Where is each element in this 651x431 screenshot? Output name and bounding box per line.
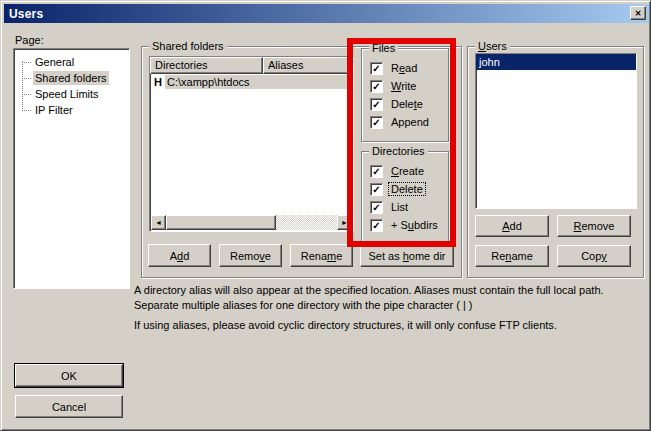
directories-table-header: Directories Aliases <box>150 57 353 74</box>
page-item-label: Shared folders <box>33 71 109 85</box>
close-icon: ✕ <box>635 9 642 18</box>
checkbox-delete-dir[interactable]: ✓ Delete <box>362 180 448 198</box>
tree-connector <box>22 94 31 95</box>
checkbox-checked-icon[interactable]: ✓ <box>370 183 383 196</box>
column-header-aliases[interactable]: Aliases <box>263 57 353 74</box>
page-item-label: General <box>33 55 76 69</box>
add-user-button[interactable]: Add <box>475 215 549 237</box>
scrollbar-track[interactable] <box>276 215 337 230</box>
table-row[interactable]: H C:\xampp\htdocs <box>150 74 353 90</box>
checkbox-label: Write <box>389 80 418 92</box>
checkbox-label: Create <box>389 165 426 177</box>
checkbox-label: + Subdirs <box>389 219 440 231</box>
checkbox-write[interactable]: ✓ Write <box>362 77 448 95</box>
add-directory-button[interactable]: Add <box>148 244 211 267</box>
checkbox-label: List <box>389 201 410 213</box>
checkbox-label: Read <box>389 62 419 74</box>
page-item-ip-filter[interactable]: IP Filter <box>14 102 129 118</box>
directories-permissions-group: Directories ✓ Create ✓ Delete ✓ List ✓ +… <box>361 151 449 245</box>
page-item-shared-folders[interactable]: Shared folders <box>14 70 129 86</box>
directories-group-label: Directories <box>369 145 428 157</box>
button-label: Rename <box>491 250 533 262</box>
page-tree: General Shared folders Speed Limits IP F… <box>14 49 129 118</box>
column-header-directories[interactable]: Directories <box>150 57 263 74</box>
page-label: Page: <box>15 34 44 46</box>
user-list-item-selected[interactable]: john <box>476 54 636 70</box>
copy-user-button[interactable]: Copy <box>557 245 631 267</box>
tree-connector <box>22 62 31 63</box>
files-group-label: Files <box>369 42 398 54</box>
button-label: Add <box>170 250 190 262</box>
tree-connector <box>22 110 31 111</box>
checkbox-create[interactable]: ✓ Create <box>362 162 448 180</box>
scroll-right-button[interactable]: ► <box>337 215 352 230</box>
set-as-home-dir-button[interactable]: Set as home dir <box>360 244 454 267</box>
scroll-left-button[interactable]: ◄ <box>151 215 166 230</box>
checkbox-subdirs[interactable]: ✓ + Subdirs <box>362 216 448 234</box>
page-item-general[interactable]: General <box>14 54 129 70</box>
checkbox-label: Delete <box>389 98 425 110</box>
ok-button[interactable]: OK <box>15 364 123 387</box>
page-item-label: Speed Limits <box>33 87 101 101</box>
checkbox-checked-icon[interactable]: ✓ <box>370 165 383 178</box>
button-label: Remove <box>230 250 271 262</box>
checkbox-checked-icon[interactable]: ✓ <box>370 98 383 111</box>
close-button[interactable]: ✕ <box>630 6 646 20</box>
cyclic-warning-text: If using aliases, please avoid cyclic di… <box>134 318 646 333</box>
button-label: Set as home dir <box>368 250 445 262</box>
directories-table: Directories Aliases H C:\xampp\htdocs ◄ … <box>149 56 354 232</box>
remove-user-button[interactable]: Remove <box>557 215 631 237</box>
directory-path: C:\xampp\htdocs <box>165 75 353 89</box>
checkbox-checked-icon[interactable]: ✓ <box>370 62 383 75</box>
checkbox-checked-icon[interactable]: ✓ <box>370 219 383 232</box>
scroll-right-icon: ► <box>341 219 348 226</box>
check-glyph: ✓ <box>372 117 380 128</box>
checkbox-checked-icon[interactable]: ✓ <box>370 80 383 93</box>
page-item-speed-limits[interactable]: Speed Limits <box>14 86 129 102</box>
page-item-label: IP Filter <box>33 103 75 117</box>
button-label: Copy <box>581 250 607 262</box>
files-permissions-group: Files ✓ Read ✓ Write ✓ Delete ✓ Append <box>361 48 449 142</box>
checkbox-read[interactable]: ✓ Read <box>362 59 448 77</box>
check-glyph: ✓ <box>372 184 380 195</box>
scroll-left-icon: ◄ <box>155 219 162 226</box>
window-title: Users <box>9 7 43 21</box>
checkbox-list[interactable]: ✓ List <box>362 198 448 216</box>
page-listbox: General Shared folders Speed Limits IP F… <box>13 48 130 289</box>
check-glyph: ✓ <box>372 166 380 177</box>
check-glyph: ✓ <box>372 99 380 110</box>
users-listbox: john <box>475 53 637 209</box>
cancel-button[interactable]: Cancel <box>15 395 123 418</box>
check-glyph: ✓ <box>372 63 380 74</box>
shared-folders-group-label: Shared folders <box>149 40 227 52</box>
rename-directory-button[interactable]: Rename <box>290 244 353 267</box>
check-glyph: ✓ <box>372 220 380 231</box>
alias-info-text: A directory alias will also appear at th… <box>134 283 646 313</box>
button-label: Add <box>502 220 522 232</box>
checkbox-label: Append <box>389 116 431 128</box>
checkbox-checked-icon[interactable]: ✓ <box>370 116 383 129</box>
button-label: Remove <box>574 220 615 232</box>
tree-connector <box>22 78 31 79</box>
scrollbar-thumb[interactable] <box>166 215 276 230</box>
home-marker: H <box>150 76 165 88</box>
horizontal-scrollbar[interactable]: ◄ ► <box>151 215 352 230</box>
title-bar: Users ✕ <box>4 4 649 23</box>
check-glyph: ✓ <box>372 81 380 92</box>
check-glyph: ✓ <box>372 202 380 213</box>
users-dialog: Users ✕ Page: General Shared folders Spe… <box>0 0 651 431</box>
checkbox-label-focused: Delete <box>389 183 425 195</box>
users-group-label: Users <box>475 40 510 52</box>
button-label: Rename <box>301 250 343 262</box>
rename-user-button[interactable]: Rename <box>475 245 549 267</box>
checkbox-checked-icon[interactable]: ✓ <box>370 201 383 214</box>
remove-directory-button[interactable]: Remove <box>219 244 282 267</box>
checkbox-append[interactable]: ✓ Append <box>362 113 448 131</box>
checkbox-delete-file[interactable]: ✓ Delete <box>362 95 448 113</box>
